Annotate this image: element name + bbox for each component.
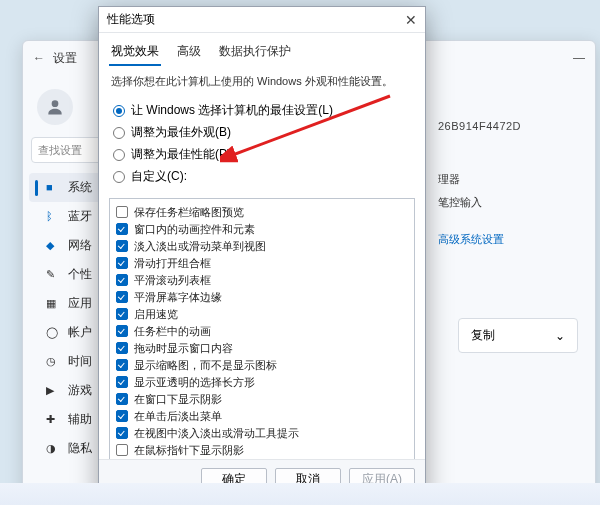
checkbox-icon xyxy=(116,291,128,303)
checkbox-icon xyxy=(116,257,128,269)
list-item[interactable]: 淡入淡出或滑动菜单到视图 xyxy=(116,238,408,254)
dialog-titlebar: 性能选项 ✕ xyxy=(99,7,425,33)
radio-icon xyxy=(113,171,125,183)
list-item[interactable]: 显示缩略图，而不是显示图标 xyxy=(116,357,408,373)
option-label: 淡入淡出或滑动菜单到视图 xyxy=(134,238,266,254)
sidebar-item-label: 隐私 xyxy=(68,440,92,457)
nav-icon: ■ xyxy=(46,181,60,195)
info-row: 理器 xyxy=(438,172,578,187)
tab-数据执行保护[interactable]: 数据执行保护 xyxy=(217,39,293,66)
system-info-panel: 26B914F4472D 理器 笔控输入 高级系统设置 xyxy=(438,120,578,247)
advanced-system-settings-link[interactable]: 高级系统设置 xyxy=(438,232,578,247)
option-label: 平滑滚动列表框 xyxy=(134,272,211,288)
taskbar[interactable] xyxy=(0,483,600,505)
dialog-description: 选择你想在此计算机上使用的 Windows 外观和性能设置。 xyxy=(99,66,425,93)
avatar[interactable] xyxy=(37,89,73,125)
minimize-icon[interactable]: — xyxy=(573,51,585,65)
checkbox-icon xyxy=(116,274,128,286)
option-label: 显示缩略图，而不是显示图标 xyxy=(134,357,277,373)
sidebar-item-label: 辅助 xyxy=(68,411,92,428)
list-item[interactable]: 在窗口下显示阴影 xyxy=(116,391,408,407)
list-item[interactable]: 显示亚透明的选择长方形 xyxy=(116,374,408,390)
checkbox-icon xyxy=(116,393,128,405)
list-item[interactable]: 在视图中淡入淡出或滑动工具提示 xyxy=(116,425,408,441)
chevron-down-icon: ⌄ xyxy=(555,329,565,343)
list-item[interactable]: 在单击后淡出菜单 xyxy=(116,408,408,424)
tab-高级[interactable]: 高级 xyxy=(175,39,203,66)
list-item[interactable]: 保存任务栏缩略图预览 xyxy=(116,204,408,220)
checkbox-icon xyxy=(116,223,128,235)
option-label: 在单击后淡出菜单 xyxy=(134,408,222,424)
list-item[interactable]: 滑动打开组合框 xyxy=(116,255,408,271)
list-item[interactable]: 平滑屏幕字体边缘 xyxy=(116,289,408,305)
option-label: 显示亚透明的选择长方形 xyxy=(134,374,255,390)
checkbox-icon xyxy=(116,444,128,456)
close-icon[interactable]: ✕ xyxy=(405,12,417,28)
option-label: 拖动时显示窗口内容 xyxy=(134,340,233,356)
list-item[interactable]: 启用速览 xyxy=(116,306,408,322)
checkbox-icon xyxy=(116,206,128,218)
checkbox-icon xyxy=(116,410,128,422)
option-label: 保存任务栏缩略图预览 xyxy=(134,204,244,220)
list-item[interactable]: 拖动时显示窗口内容 xyxy=(116,340,408,356)
device-id: 26B914F4472D xyxy=(438,120,578,132)
sidebar-item-label: 应用 xyxy=(68,295,92,312)
nav-icon: ▦ xyxy=(46,297,60,311)
checkbox-icon xyxy=(116,427,128,439)
radio-label: 自定义(C): xyxy=(131,168,187,185)
list-item[interactable]: 窗口内的动画控件和元素 xyxy=(116,221,408,237)
list-item[interactable]: 在鼠标指针下显示阴影 xyxy=(116,442,408,458)
copy-card[interactable]: 复制 ⌄ xyxy=(458,318,578,353)
nav-icon: ✚ xyxy=(46,413,60,427)
checkbox-icon xyxy=(116,359,128,371)
sidebar-item-label: 网络 xyxy=(68,237,92,254)
option-label: 平滑屏幕字体边缘 xyxy=(134,289,222,305)
sidebar-item-label: 个性 xyxy=(68,266,92,283)
radio-option[interactable]: 调整为最佳性能(P) xyxy=(113,146,411,163)
radio-group: 让 Windows 选择计算机的最佳设置(L)调整为最佳外观(B)调整为最佳性能… xyxy=(99,93,425,194)
option-label: 滑动打开组合框 xyxy=(134,255,211,271)
option-label: 在窗口下显示阴影 xyxy=(134,391,222,407)
nav-icon: ◷ xyxy=(46,355,60,369)
checkbox-icon xyxy=(116,308,128,320)
copy-label: 复制 xyxy=(471,327,495,344)
list-item[interactable]: 平滑滚动列表框 xyxy=(116,272,408,288)
radio-icon xyxy=(113,149,125,161)
option-label: 启用速览 xyxy=(134,306,178,322)
list-item[interactable]: 任务栏中的动画 xyxy=(116,323,408,339)
nav-icon: ◑ xyxy=(46,442,60,456)
nav-icon: ✎ xyxy=(46,268,60,282)
option-label: 任务栏中的动画 xyxy=(134,323,211,339)
sidebar-item-label: 游戏 xyxy=(68,382,92,399)
performance-options-dialog: 性能选项 ✕ 视觉效果高级数据执行保护 选择你想在此计算机上使用的 Window… xyxy=(98,6,426,500)
checkbox-icon xyxy=(116,240,128,252)
dialog-tabs: 视觉效果高级数据执行保护 xyxy=(99,33,425,66)
radio-option[interactable]: 自定义(C): xyxy=(113,168,411,185)
tab-视觉效果[interactable]: 视觉效果 xyxy=(109,39,161,66)
info-row: 笔控输入 xyxy=(438,195,578,210)
back-arrow-icon[interactable]: ← xyxy=(33,51,45,65)
option-label: 在视图中淡入淡出或滑动工具提示 xyxy=(134,425,299,441)
radio-label: 让 Windows 选择计算机的最佳设置(L) xyxy=(131,102,333,119)
nav-icon: ▶ xyxy=(46,384,60,398)
sidebar-item-label: 时间 xyxy=(68,353,92,370)
radio-label: 调整为最佳性能(P) xyxy=(131,146,231,163)
radio-label: 调整为最佳外观(B) xyxy=(131,124,231,141)
user-icon xyxy=(45,97,65,117)
nav-icon: ◯ xyxy=(46,326,60,340)
sidebar-item-label: 蓝牙 xyxy=(68,208,92,225)
nav-icon: ◆ xyxy=(46,239,60,253)
radio-option[interactable]: 让 Windows 选择计算机的最佳设置(L) xyxy=(113,102,411,119)
sidebar-item-label: 帐户 xyxy=(68,324,92,341)
settings-title: 设置 xyxy=(53,50,77,67)
sidebar-item-label: 系统 xyxy=(68,179,92,196)
visual-effects-listbox[interactable]: 保存任务栏缩略图预览窗口内的动画控件和元素淡入淡出或滑动菜单到视图滑动打开组合框… xyxy=(109,198,415,474)
radio-icon xyxy=(113,105,125,117)
checkbox-icon xyxy=(116,325,128,337)
radio-icon xyxy=(113,127,125,139)
svg-point-0 xyxy=(52,100,59,107)
option-label: 在鼠标指针下显示阴影 xyxy=(134,442,244,458)
nav-icon: ᛒ xyxy=(46,210,60,224)
checkbox-icon xyxy=(116,376,128,388)
radio-option[interactable]: 调整为最佳外观(B) xyxy=(113,124,411,141)
